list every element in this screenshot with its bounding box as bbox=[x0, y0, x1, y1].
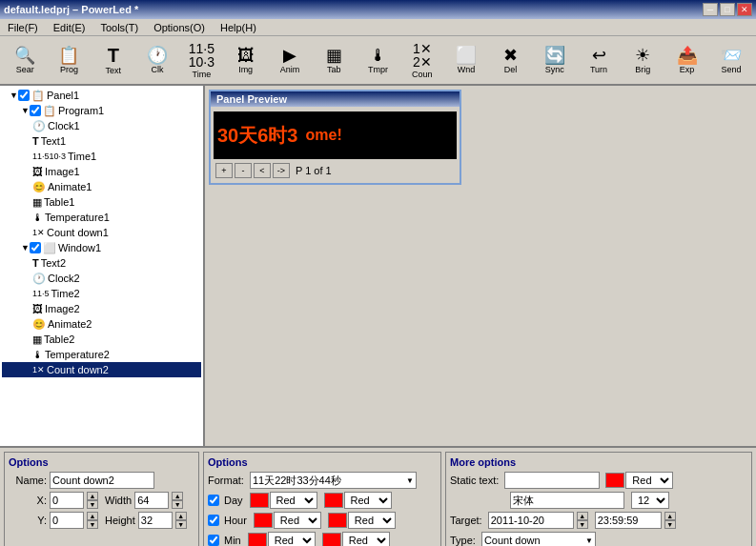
hour-color-box1[interactable] bbox=[254, 513, 273, 528]
min-color-select2[interactable]: Red bbox=[342, 532, 390, 546]
tool-tab[interactable]: ▦ Tab bbox=[313, 38, 355, 82]
y-spin-up[interactable]: ▲ bbox=[87, 512, 98, 520]
tree-table2[interactable]: ▦ Table2 bbox=[2, 332, 201, 347]
tree-countdown2[interactable]: 1✕ Count down2 bbox=[2, 362, 201, 377]
nav-add[interactable]: + bbox=[215, 163, 233, 178]
menu-help[interactable]: Help(H) bbox=[216, 21, 260, 34]
tool-brig[interactable]: ☀ Brig bbox=[622, 38, 664, 82]
hour-color-select2[interactable]: Red bbox=[348, 512, 396, 529]
target-date-input[interactable] bbox=[488, 512, 574, 529]
menu-tools[interactable]: Tools(T) bbox=[96, 21, 142, 34]
tree-window1[interactable]: ▼ ⬜ Window1 bbox=[2, 240, 201, 255]
tree-temperature2[interactable]: 🌡 Temperature2 bbox=[2, 347, 201, 362]
tool-sync[interactable]: 🔄 Sync bbox=[534, 38, 576, 82]
nav-remove[interactable]: - bbox=[235, 163, 252, 178]
x-spin-up[interactable]: ▲ bbox=[87, 492, 98, 500]
hour-color1: Red bbox=[254, 512, 321, 529]
tool-prog[interactable]: 📋 Prog bbox=[48, 38, 90, 82]
width-spin-down[interactable]: ▼ bbox=[172, 500, 183, 509]
tool-text[interactable]: T Text bbox=[92, 38, 134, 82]
height-spin-down[interactable]: ▼ bbox=[175, 520, 187, 529]
target-date-spin-down[interactable]: ▼ bbox=[577, 520, 588, 529]
static-input[interactable] bbox=[504, 472, 600, 489]
maximize-button[interactable]: □ bbox=[720, 3, 735, 16]
text1-label: Text1 bbox=[41, 135, 66, 147]
y-input[interactable] bbox=[50, 512, 84, 529]
tree-temperature1[interactable]: 🌡 Temperature1 bbox=[2, 210, 201, 225]
menu-options[interactable]: Options(O) bbox=[150, 21, 209, 34]
min-color-select1[interactable]: Red bbox=[268, 532, 316, 546]
day-checkbox[interactable] bbox=[208, 495, 219, 506]
font-size-select[interactable]: 12 bbox=[631, 492, 669, 509]
y-spin-down[interactable]: ▼ bbox=[87, 520, 98, 529]
min-color-box1[interactable] bbox=[248, 533, 267, 546]
tool-clk[interactable]: 🕐 Clk bbox=[136, 38, 178, 82]
x-input[interactable] bbox=[50, 492, 84, 509]
tool-send[interactable]: 📨 Send bbox=[710, 38, 752, 82]
tool-time[interactable]: 11·510·3 Time bbox=[180, 38, 222, 82]
checkbox-window1[interactable] bbox=[30, 242, 41, 253]
target-time-spin-up[interactable]: ▲ bbox=[664, 512, 676, 520]
checkbox-program1[interactable] bbox=[30, 105, 41, 116]
target-time-spin-down[interactable]: ▼ bbox=[664, 520, 676, 529]
tree-time2[interactable]: 11·5 Time2 bbox=[2, 286, 201, 301]
nav-prev[interactable]: < bbox=[254, 163, 271, 178]
tool-sear[interactable]: 🔍 Sear bbox=[4, 38, 46, 82]
tree-clock2[interactable]: 🕐 Clock2 bbox=[2, 271, 201, 286]
width-input[interactable] bbox=[134, 492, 169, 509]
height-spin: ▲ ▼ bbox=[175, 512, 187, 529]
tree-text2[interactable]: T Text2 bbox=[2, 255, 201, 271]
target-time-input[interactable] bbox=[595, 512, 662, 529]
format-dropdown[interactable]: 11天22时33分44秒 ▼ bbox=[250, 472, 417, 489]
day-color-box2[interactable] bbox=[324, 493, 343, 508]
tree-animate2[interactable]: 😊 Animate2 bbox=[2, 316, 201, 332]
font-input[interactable] bbox=[510, 492, 624, 509]
type-dropdown[interactable]: Count down ▼ bbox=[481, 532, 596, 546]
tree-program1[interactable]: ▼ 📋 Program1 bbox=[2, 103, 201, 118]
x-spin-down[interactable]: ▼ bbox=[87, 500, 98, 509]
tree-time1[interactable]: 11·510·3 Time1 bbox=[2, 149, 201, 164]
static-color-select[interactable]: Red bbox=[625, 472, 673, 489]
min-color-box2[interactable] bbox=[322, 533, 341, 546]
tree-image2[interactable]: 🖼 Image2 bbox=[2, 301, 201, 316]
nav-next[interactable]: -> bbox=[273, 163, 290, 178]
minimize-button[interactable]: ─ bbox=[703, 3, 718, 16]
tool-img[interactable]: 🖼 Img bbox=[224, 38, 266, 82]
tool-anim[interactable]: ▶ Anim bbox=[269, 38, 311, 82]
tool-del[interactable]: ✖ Del bbox=[489, 38, 531, 82]
tool-tmpr[interactable]: 🌡 Tmpr bbox=[357, 38, 398, 82]
tree-countdown1[interactable]: 1✕ Count down1 bbox=[2, 225, 201, 240]
menu-edit[interactable]: Edit(E) bbox=[50, 21, 90, 34]
close-button[interactable]: ✕ bbox=[737, 3, 752, 16]
expand-window1: ▼ bbox=[21, 243, 30, 253]
day-color-box1[interactable] bbox=[250, 493, 269, 508]
height-label: Height bbox=[105, 515, 135, 526]
tool-coun[interactable]: 1✕2✕ Coun bbox=[401, 38, 443, 82]
target-date-spin-up[interactable]: ▲ bbox=[577, 512, 588, 520]
checkbox-panel1[interactable] bbox=[18, 90, 30, 101]
min-checkbox[interactable] bbox=[208, 535, 219, 546]
tree-panel1[interactable]: ▼ 📋 Panel1 bbox=[2, 88, 201, 103]
tool-turn[interactable]: ↩ Turn bbox=[578, 38, 620, 82]
tree-image1[interactable]: 🖼 Image1 bbox=[2, 164, 201, 179]
tool-exp[interactable]: 📤 Exp bbox=[665, 38, 707, 82]
day-color-select2[interactable]: Red bbox=[344, 492, 392, 509]
tree-animate1[interactable]: 😊 Animate1 bbox=[2, 179, 201, 194]
tree-clock1[interactable]: 🕐 Clock1 bbox=[2, 118, 201, 133]
tmpr-icon: 🌡 bbox=[370, 47, 387, 64]
hour-color2: Red bbox=[328, 512, 396, 529]
hour-color-box2[interactable] bbox=[328, 513, 347, 528]
tree-text1[interactable]: T Text1 bbox=[2, 133, 201, 149]
width-spin-up[interactable]: ▲ bbox=[172, 492, 183, 500]
hour-color-select1[interactable]: Red bbox=[274, 512, 321, 529]
tool-wnd[interactable]: ⬜ Wnd bbox=[445, 38, 487, 82]
tree-table1[interactable]: ▦ Table1 bbox=[2, 194, 201, 210]
height-input[interactable] bbox=[138, 512, 173, 529]
static-color-box[interactable] bbox=[605, 473, 624, 488]
menu-file[interactable]: File(F) bbox=[4, 21, 42, 34]
day-color-select1[interactable]: Red bbox=[270, 492, 317, 509]
name-input[interactable] bbox=[50, 472, 154, 489]
height-spin-up[interactable]: ▲ bbox=[175, 512, 187, 520]
target-date-spin: ▲ ▼ bbox=[577, 512, 588, 529]
hour-checkbox[interactable] bbox=[208, 515, 219, 526]
